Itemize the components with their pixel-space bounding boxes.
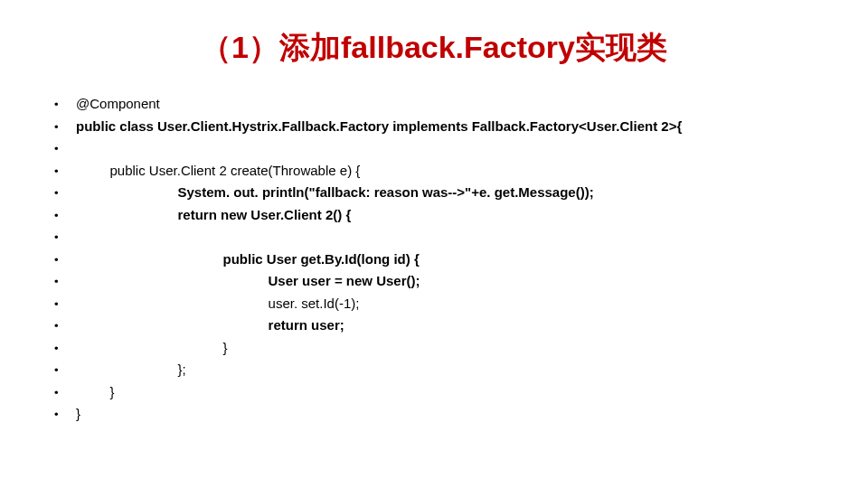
code-text: public User.Client 2 create(Throwable e)…: [76, 161, 360, 182]
bullet-icon: •: [54, 315, 76, 335]
code-line: • return user;: [54, 315, 832, 336]
slide-container: （1）添加fallback.Factory实现类 • @Component • …: [0, 0, 868, 488]
code-text: };: [76, 360, 186, 380]
code-line: • System. out. println("fallback: reason…: [54, 183, 832, 203]
code-line: • @Component: [54, 94, 832, 115]
slide-title: （1）添加fallback.Factory实现类: [36, 27, 832, 69]
code-line: •: [54, 138, 832, 159]
bullet-icon: •: [54, 205, 76, 225]
code-line: • public class User.Client.Hystrix.Fallb…: [54, 117, 832, 137]
code-content: • @Component • public class User.Client.…: [36, 94, 832, 425]
code-line: • return new User.Client 2() {: [54, 205, 832, 226]
bullet-icon: •: [54, 382, 76, 402]
code-text: public User get.By.Id(long id) {: [76, 249, 420, 270]
code-line: •: [54, 227, 832, 248]
code-text: [76, 227, 80, 248]
code-line: • user. set.Id(-1);: [54, 294, 832, 314]
code-text: }: [76, 382, 115, 403]
code-text: }: [76, 338, 228, 359]
code-text: User user = new User();: [76, 271, 420, 292]
code-text: @Component: [76, 94, 160, 115]
code-line: • }: [54, 382, 832, 403]
code-line: • public User.Client 2 create(Throwable …: [54, 161, 832, 182]
bullet-icon: •: [54, 183, 76, 202]
code-text: return new User.Client 2() {: [76, 205, 351, 226]
code-text: public class User.Client.Hystrix.Fallbac…: [76, 117, 682, 137]
bullet-icon: •: [54, 294, 76, 314]
bullet-icon: •: [54, 338, 76, 358]
bullet-icon: •: [54, 138, 76, 158]
code-line: • }: [54, 338, 832, 359]
code-line: • };: [54, 360, 832, 380]
code-text: return user;: [76, 315, 344, 336]
code-line: • User user = new User();: [54, 271, 832, 292]
bullet-icon: •: [54, 271, 76, 291]
code-text: }: [76, 404, 80, 425]
bullet-icon: •: [54, 404, 76, 424]
bullet-icon: •: [54, 161, 76, 181]
code-text: [76, 138, 80, 159]
code-line: • }: [54, 404, 832, 425]
bullet-icon: •: [54, 117, 76, 136]
code-text: System. out. println("fallback: reason w…: [76, 183, 594, 203]
bullet-icon: •: [54, 360, 76, 380]
bullet-icon: •: [54, 94, 76, 114]
bullet-icon: •: [54, 249, 76, 269]
code-line: • public User get.By.Id(long id) {: [54, 249, 832, 270]
code-text: user. set.Id(-1);: [76, 294, 359, 314]
bullet-icon: •: [54, 227, 76, 247]
